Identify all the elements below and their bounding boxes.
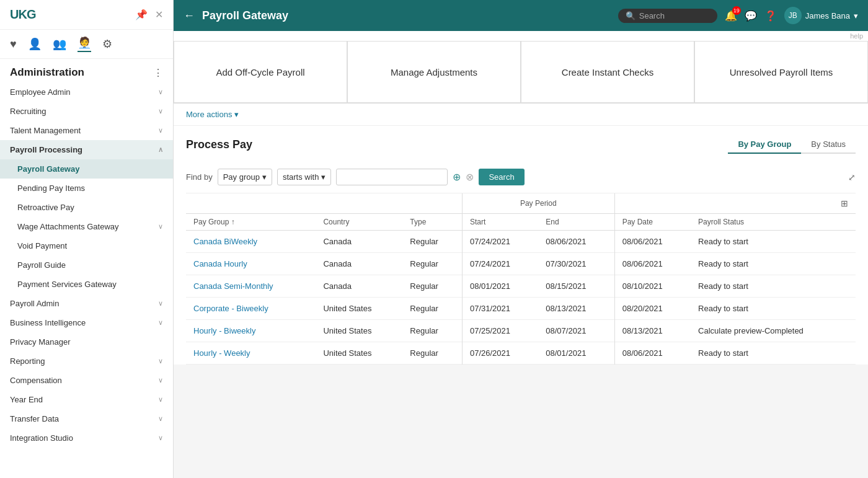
topbar: ← Payroll Gateway 🔍 🔔 19 💬 ❓ JB James Ba… bbox=[174, 0, 868, 31]
sidebar-item-label: Payroll Guide bbox=[17, 260, 66, 270]
sidebar-item-payroll-gateway[interactable]: Payroll Gateway bbox=[0, 159, 173, 179]
chat-icon[interactable]: 💬 bbox=[745, 10, 757, 22]
gear-icon[interactable]: ⚙ bbox=[102, 37, 112, 51]
cell-type: Regular bbox=[402, 253, 462, 275]
sidebar-item-payroll-processing[interactable]: Payroll Processing∧ bbox=[0, 140, 173, 159]
cell-country: United States bbox=[316, 320, 402, 342]
column-settings-icon[interactable]: ⊞ bbox=[841, 198, 848, 208]
pay-group-filter-select[interactable]: Pay group ▾ bbox=[218, 169, 272, 185]
cell-payroll_status: Ready to start bbox=[691, 298, 856, 320]
heart-icon[interactable]: ♥ bbox=[10, 38, 17, 51]
tab-by-status[interactable]: By Status bbox=[801, 136, 856, 154]
chevron-icon: ∨ bbox=[158, 376, 163, 384]
cell-end: 08/15/2021 bbox=[538, 275, 614, 298]
close-icon[interactable]: ✕ bbox=[155, 9, 163, 20]
add-filter-icon[interactable]: ⊕ bbox=[453, 171, 461, 183]
person-icon[interactable]: 👤 bbox=[28, 37, 42, 51]
sidebar-item-payroll-admin[interactable]: Payroll Admin∨ bbox=[0, 294, 173, 313]
sidebar-item-label: Compensation bbox=[10, 376, 62, 385]
cell-pay_date: 08/20/2021 bbox=[614, 298, 691, 320]
search-button[interactable]: Search bbox=[479, 169, 524, 185]
cell-pay_date: 08/06/2021 bbox=[614, 342, 691, 365]
sidebar-item-payment-services-gateway[interactable]: Payment Services Gateway bbox=[0, 275, 173, 294]
cell-pay_date: 08/06/2021 bbox=[614, 253, 691, 275]
notification-badge: 19 bbox=[732, 6, 741, 15]
sidebar-item-reporting[interactable]: Reporting∨ bbox=[0, 352, 173, 371]
sidebar-item-transfer-data[interactable]: Transfer Data∨ bbox=[0, 409, 173, 428]
back-button[interactable]: ← bbox=[184, 9, 195, 22]
action-card-unresolved-payroll-items[interactable]: Unresolved Payroll Items bbox=[694, 41, 868, 103]
cell-type: Regular bbox=[402, 298, 462, 320]
chevron-icon: ∨ bbox=[158, 223, 163, 231]
cell-pay_group: Hourly - Biweekly bbox=[186, 320, 316, 342]
pay-group-link[interactable]: Canada Hourly bbox=[193, 259, 247, 268]
cell-start: 07/24/2021 bbox=[462, 231, 538, 253]
pay-group-link[interactable]: Corporate - Biweekly bbox=[193, 304, 268, 313]
notification-bell-icon[interactable]: 🔔 19 bbox=[725, 10, 737, 22]
sidebar-item-employee-admin[interactable]: Employee Admin∨ bbox=[0, 82, 173, 102]
sidebar-item-business-intelligence[interactable]: Business Intelligence∨ bbox=[0, 313, 173, 332]
action-card-add-off-cycle-payroll[interactable]: Add Off-Cycle Payroll bbox=[174, 41, 347, 103]
sidebar-item-label: Integration Studio bbox=[10, 433, 73, 443]
sidebar-item-label: Retroactive Pay bbox=[17, 203, 74, 212]
sidebar-item-compensation[interactable]: Compensation∨ bbox=[0, 371, 173, 390]
filter-field-chevron-icon: ▾ bbox=[262, 172, 267, 182]
sidebar-item-label: Year End bbox=[10, 395, 43, 404]
sidebar-item-pending-pay-items[interactable]: Pending Pay Items bbox=[0, 179, 173, 198]
filter-search-input[interactable] bbox=[336, 169, 448, 185]
cell-end: 08/06/2021 bbox=[538, 231, 614, 253]
chevron-icon: ∨ bbox=[158, 126, 163, 135]
sidebar-item-label: Payroll Processing bbox=[10, 145, 82, 154]
cell-end: 07/30/2021 bbox=[538, 253, 614, 275]
filter-condition-value: starts with bbox=[283, 172, 319, 182]
pay-group-link[interactable]: Hourly - Biweekly bbox=[193, 326, 255, 335]
table-row: Hourly - BiweeklyUnited StatesRegular07/… bbox=[186, 320, 856, 342]
sidebar-item-wage-attachments-gateway[interactable]: Wage Attachments Gateway∨ bbox=[0, 217, 173, 236]
clear-filter-icon[interactable]: ⊗ bbox=[466, 171, 474, 183]
filter-row: Find by Pay group ▾ starts with ▾ ⊕ ⊗ Se… bbox=[186, 161, 856, 193]
cell-start: 08/01/2021 bbox=[462, 275, 538, 298]
action-card-manage-adjustments[interactable]: Manage Adjustments bbox=[347, 41, 521, 103]
sidebar-item-label: Payroll Gateway bbox=[17, 164, 79, 174]
sidebar-item-talent-management[interactable]: Talent Management∨ bbox=[0, 121, 173, 140]
search-box[interactable]: 🔍 bbox=[618, 9, 717, 23]
table-row: Canada HourlyCanadaRegular07/24/202107/3… bbox=[186, 253, 856, 275]
sidebar-item-label: Business Intelligence bbox=[10, 318, 86, 327]
cell-start: 07/24/2021 bbox=[462, 253, 538, 275]
user-name: James Bana bbox=[805, 11, 850, 20]
user-menu-button[interactable]: JB James Bana ▾ bbox=[784, 7, 858, 24]
help-icon[interactable]: ❓ bbox=[764, 10, 777, 22]
sidebar-item-recruiting[interactable]: Recruiting∨ bbox=[0, 102, 173, 121]
sidebar-item-label: Talent Management bbox=[10, 126, 81, 135]
cell-country: Canada bbox=[316, 275, 402, 298]
sidebar-item-label: Void Payment bbox=[17, 241, 67, 250]
more-options-icon[interactable]: ⋮ bbox=[153, 67, 163, 79]
chevron-icon: ∧ bbox=[158, 146, 163, 154]
topbar-icons: 🔔 19 💬 ❓ JB James Bana ▾ bbox=[725, 7, 858, 24]
pay-group-link[interactable]: Hourly - Weekly bbox=[193, 348, 250, 358]
chevron-icon: ∨ bbox=[158, 299, 163, 308]
more-actions-button[interactable]: More actions ▾ bbox=[186, 110, 239, 119]
search-input[interactable] bbox=[639, 11, 701, 20]
content-area: help Add Off-Cycle PayrollManage Adjustm… bbox=[174, 31, 868, 478]
condition-filter-select[interactable]: starts with ▾ bbox=[277, 169, 332, 185]
sidebar-item-void-payment[interactable]: Void Payment bbox=[0, 236, 173, 255]
sidebar-item-retroactive-pay[interactable]: Retroactive Pay bbox=[0, 198, 173, 217]
expand-icon[interactable]: ⤢ bbox=[848, 172, 856, 182]
col-header-end: End bbox=[538, 214, 614, 231]
pay-group-link[interactable]: Canada BiWeekly bbox=[193, 237, 257, 246]
sidebar-item-year-end[interactable]: Year End∨ bbox=[0, 390, 173, 409]
col-header-payroll_status: Payroll Status bbox=[691, 214, 856, 231]
search-icon: 🔍 bbox=[626, 11, 636, 20]
sidebar-item-payroll-guide[interactable]: Payroll Guide bbox=[0, 255, 173, 275]
people-icon[interactable]: 👥 bbox=[53, 37, 66, 51]
pay-group-link[interactable]: Canada Semi-Monthly bbox=[193, 281, 273, 291]
sidebar-item-integration-studio[interactable]: Integration Studio∨ bbox=[0, 428, 173, 448]
person-settings-icon[interactable]: 🧑‍💼 bbox=[78, 36, 91, 52]
sidebar-item-privacy-manager[interactable]: Privacy Manager bbox=[0, 332, 173, 352]
tab-by-pay-group[interactable]: By Pay Group bbox=[728, 136, 801, 154]
cell-start: 07/25/2021 bbox=[462, 320, 538, 342]
pin-icon[interactable]: 📌 bbox=[135, 9, 148, 20]
action-card-create-instant-checks[interactable]: Create Instant Checks bbox=[521, 41, 694, 103]
cell-pay_group: Corporate - Biweekly bbox=[186, 298, 316, 320]
